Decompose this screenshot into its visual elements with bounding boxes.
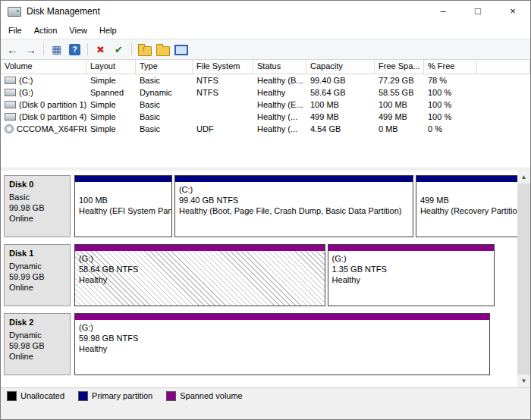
column-header-free-space[interactable]: Free Spa...	[375, 60, 424, 74]
cd-drive-icon	[5, 124, 14, 133]
column-header-pct-free[interactable]: % Free	[424, 60, 477, 74]
spanned-volume-color-swatch	[166, 391, 176, 401]
delete-volume-icon[interactable]: ✖	[93, 42, 108, 57]
partition-color-band	[328, 245, 494, 251]
volume-name: (C:)	[19, 76, 33, 85]
vertical-scrollbar[interactable]: ▲ ▼	[517, 171, 530, 387]
toolbar-separator	[87, 43, 88, 55]
legend-item-spanned-volume: Spanned volume	[166, 391, 243, 401]
disk-management-window: Disk Management – □ × File Action View H…	[0, 0, 531, 420]
partition-color-band	[416, 176, 531, 182]
menu-action[interactable]: Action	[28, 24, 64, 37]
column-header-status[interactable]: Status	[253, 60, 306, 74]
console-tree-icon[interactable]: ▦	[49, 42, 64, 57]
toolbar-separator	[131, 43, 132, 55]
primary-partition-color-swatch	[78, 391, 88, 401]
close-button[interactable]: ×	[495, 1, 530, 22]
legend-item-unallocated: Unallocated	[7, 391, 64, 401]
partition-color-band	[175, 176, 413, 182]
table-row[interactable]: (Disk 0 partition 4) Simple Basic Health…	[1, 111, 530, 123]
disk-row-2: Disk 2 Dynamic 59.98 GB Online (G:) 59.9…	[4, 313, 530, 375]
legend-bar: Unallocated Primary partition Spanned vo…	[1, 387, 530, 403]
display-icon[interactable]	[174, 42, 188, 57]
column-header-layout[interactable]: Layout	[86, 60, 136, 74]
scroll-up-icon[interactable]: ▲	[517, 171, 530, 183]
graphical-view: Disk 0 Basic 99.98 GB Online 100 MB Heal…	[1, 171, 530, 387]
window-controls: – □ ×	[426, 1, 530, 22]
drive-icon	[5, 89, 16, 96]
partition-color-band	[75, 314, 489, 320]
unallocated-color-swatch	[7, 391, 17, 401]
table-row[interactable]: (Disk 0 partition 1) Simple Basic Health…	[1, 99, 530, 111]
menu-help[interactable]: Help	[93, 24, 123, 37]
table-row[interactable]: CCCOMA_X64FRE... Simple Basic UDF Health…	[1, 123, 530, 135]
partition-color-band	[75, 176, 171, 182]
title-bar: Disk Management – □ ×	[1, 1, 530, 22]
column-header-file-system[interactable]: File System	[193, 60, 253, 74]
column-header-capacity[interactable]: Capacity	[306, 60, 375, 74]
partition-box[interactable]: (G:) 1.35 GB NTFS Healthy	[328, 244, 495, 306]
properties-icon[interactable]: ✔	[112, 42, 126, 57]
drive-icon	[5, 77, 16, 84]
column-header-type[interactable]: Type	[136, 60, 193, 74]
menu-bar: File Action View Help	[1, 22, 530, 39]
scrollbar-thumb[interactable]	[517, 183, 530, 375]
disk-info-panel[interactable]: Disk 0 Basic 99.98 GB Online	[4, 175, 71, 237]
partition-strip: (G:) 59.98 GB NTFS Healthy	[74, 313, 512, 375]
help-icon[interactable]: ?	[68, 42, 82, 57]
disk-row-0: Disk 0 Basic 99.98 GB Online 100 MB Heal…	[4, 175, 530, 237]
partition-box-selected[interactable]: (G:) 58.64 GB NTFS Healthy	[74, 244, 325, 306]
disk-info-panel[interactable]: Disk 2 Dynamic 59.98 GB Online	[4, 313, 71, 375]
legend-item-primary-partition: Primary partition	[78, 391, 152, 401]
partition-box[interactable]: (G:) 59.98 GB NTFS Healthy	[74, 313, 490, 375]
volume-name: (Disk 0 partition 4)	[19, 112, 86, 121]
column-header-volume[interactable]: Volume	[1, 60, 86, 74]
partition-strip: 100 MB Healthy (EFI System Partition) (C…	[74, 175, 531, 237]
window-title: Disk Management	[27, 6, 100, 17]
disk-info-panel[interactable]: Disk 1 Dynamic 59.99 GB Online	[4, 244, 71, 306]
partition-box[interactable]: 100 MB Healthy (EFI System Partition)	[74, 175, 172, 237]
window-bottom-strip	[1, 403, 530, 419]
scroll-down-icon[interactable]: ▼	[517, 375, 530, 387]
table-header: Volume Layout Type File System Status Ca…	[1, 60, 530, 74]
column-header-filler	[477, 60, 530, 74]
partition-box[interactable]: (C:) 99.40 GB NTFS Healthy (Boot, Page F…	[174, 175, 413, 237]
disk-row-1: Disk 1 Dynamic 59.99 GB Online (G:) 58.6…	[4, 244, 530, 306]
partition-color-band	[75, 245, 325, 251]
maximize-button[interactable]: □	[460, 1, 495, 22]
toolbar-separator	[43, 43, 44, 55]
back-icon[interactable]: ←	[5, 42, 20, 57]
explore-folder-icon[interactable]	[156, 42, 170, 57]
drive-icon	[5, 113, 16, 121]
volume-name: (G:)	[19, 88, 33, 97]
menu-view[interactable]: View	[63, 24, 93, 37]
table-row[interactable]: (G:) Spanned Dynamic NTFS Healthy 58.64 …	[1, 86, 530, 99]
partition-box[interactable]: 499 MB Healthy (Recovery Partition)	[416, 175, 531, 237]
volume-list: Volume Layout Type File System Status Ca…	[1, 60, 530, 168]
open-folder-icon[interactable]: ↑	[137, 42, 152, 57]
disk-management-app-icon	[8, 7, 21, 17]
forward-icon[interactable]: →	[24, 42, 38, 57]
toolbar: ← → ▦ ? ✖ ✔ ↑	[1, 39, 530, 60]
volume-name: (Disk 0 partition 1)	[19, 100, 86, 109]
table-row[interactable]: (C:) Simple Basic NTFS Healthy (B... 99.…	[1, 74, 530, 86]
volume-name: CCCOMA_X64FRE...	[17, 124, 86, 133]
partition-strip: (G:) 58.64 GB NTFS Healthy (G:) 1.35 GB …	[74, 244, 512, 306]
minimize-button[interactable]: –	[426, 1, 460, 22]
drive-icon	[5, 101, 16, 108]
menu-file[interactable]: File	[2, 24, 28, 37]
